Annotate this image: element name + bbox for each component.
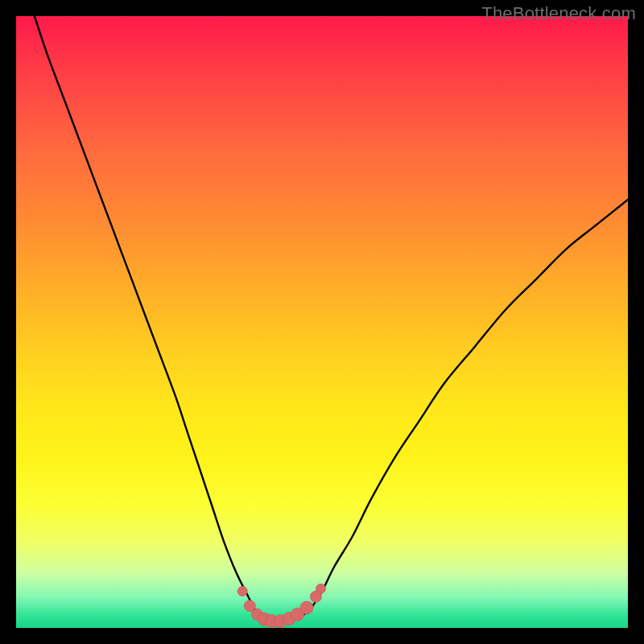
valley-marker [237, 586, 247, 596]
chart-svg [16, 16, 628, 628]
plot-area [16, 16, 628, 628]
bottleneck-curve [35, 16, 628, 622]
chart-frame: TheBottleneck.com [0, 0, 644, 644]
valley-marker-group [237, 584, 325, 627]
valley-marker [316, 584, 325, 593]
valley-marker [300, 601, 313, 614]
watermark-text: TheBottleneck.com [481, 3, 636, 24]
